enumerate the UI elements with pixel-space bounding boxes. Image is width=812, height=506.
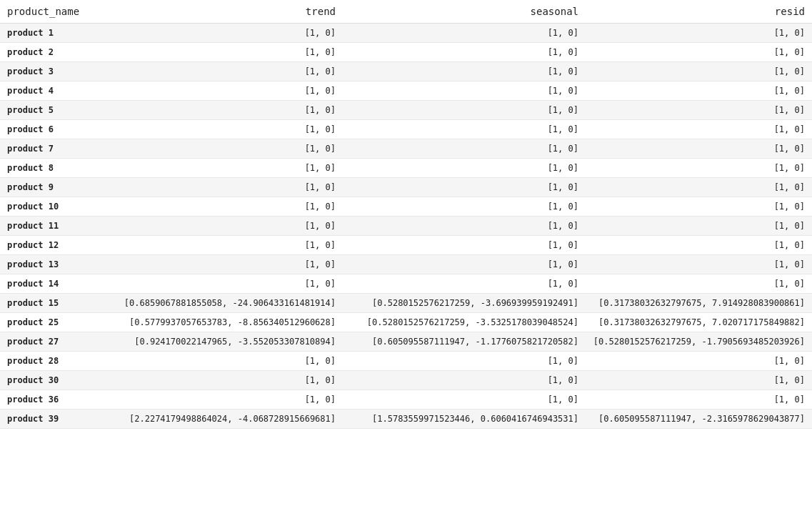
cell-seasonal: [1, 0]: [343, 236, 586, 255]
table-row: product 5[1, 0][1, 0][1, 0]: [0, 101, 812, 120]
col-header-resid: resid: [586, 0, 812, 24]
cell-resid: [0.605095587111947, -2.3165978629043877]: [586, 410, 812, 429]
cell-resid: [1, 0]: [586, 139, 812, 159]
cell-resid: [1, 0]: [586, 217, 812, 236]
cell-seasonal: [1, 0]: [343, 120, 586, 139]
cell-resid: [0.31738032632797675, 7.020717175849882]: [586, 313, 812, 332]
cell-trend: [1, 0]: [114, 390, 343, 410]
table-row: product 4[1, 0][1, 0][1, 0]: [0, 81, 812, 101]
cell-resid: [1, 0]: [586, 197, 812, 217]
cell-product-name: product 2: [0, 43, 114, 62]
table-row: product 11[1, 0][1, 0][1, 0]: [0, 217, 812, 236]
cell-product-name: product 3: [0, 62, 114, 81]
cell-trend: [1, 0]: [114, 236, 343, 255]
cell-seasonal: [1, 0]: [343, 24, 586, 43]
cell-product-name: product 14: [0, 274, 114, 294]
cell-product-name: product 7: [0, 139, 114, 159]
cell-product-name: product 15: [0, 294, 114, 313]
table-row: product 36[1, 0][1, 0][1, 0]: [0, 390, 812, 410]
table-row: product 7[1, 0][1, 0][1, 0]: [0, 139, 812, 159]
cell-resid: [1, 0]: [586, 159, 812, 178]
cell-seasonal: [1.5783559971523446, 0.6060416746943531]: [343, 410, 586, 429]
cell-resid: [1, 0]: [586, 255, 812, 274]
cell-trend: [1, 0]: [114, 255, 343, 274]
cell-product-name: product 39: [0, 410, 114, 429]
cell-seasonal: [1, 0]: [343, 159, 586, 178]
cell-trend: [1, 0]: [114, 159, 343, 178]
cell-resid: [0.5280152576217259, -1.7905693485203926…: [586, 332, 812, 352]
table-row: product 27[0.924170022147965, -3.5520533…: [0, 332, 812, 352]
table-row: product 13[1, 0][1, 0][1, 0]: [0, 255, 812, 274]
cell-product-name: product 12: [0, 236, 114, 255]
table-row: product 39[2.2274179498864024, -4.068728…: [0, 410, 812, 429]
cell-seasonal: [1, 0]: [343, 62, 586, 81]
cell-trend: [1, 0]: [114, 371, 343, 390]
cell-product-name: product 9: [0, 178, 114, 197]
cell-seasonal: [1, 0]: [343, 255, 586, 274]
cell-seasonal: [1, 0]: [343, 81, 586, 101]
cell-seasonal: [0.5280152576217259, -3.5325178039048524…: [343, 313, 586, 332]
cell-seasonal: [1, 0]: [343, 390, 586, 410]
table-row: product 1[1, 0][1, 0][1, 0]: [0, 24, 812, 43]
cell-trend: [1, 0]: [114, 352, 343, 371]
col-header-seasonal: seasonal: [343, 0, 586, 24]
cell-product-name: product 30: [0, 371, 114, 390]
cell-trend: [1, 0]: [114, 197, 343, 217]
cell-resid: [1, 0]: [586, 62, 812, 81]
cell-resid: [1, 0]: [586, 43, 812, 62]
cell-seasonal: [0.5280152576217259, -3.696939959192491]: [343, 294, 586, 313]
cell-trend: [1, 0]: [114, 274, 343, 294]
cell-seasonal: [1, 0]: [343, 197, 586, 217]
cell-trend: [1, 0]: [114, 217, 343, 236]
cell-product-name: product 1: [0, 24, 114, 43]
cell-product-name: product 8: [0, 159, 114, 178]
cell-trend: [1, 0]: [114, 120, 343, 139]
cell-seasonal: [1, 0]: [343, 101, 586, 120]
cell-trend: [1, 0]: [114, 81, 343, 101]
cell-resid: [1, 0]: [586, 236, 812, 255]
cell-resid: [1, 0]: [586, 24, 812, 43]
table-row: product 28[1, 0][1, 0][1, 0]: [0, 352, 812, 371]
cell-trend: [1, 0]: [114, 43, 343, 62]
cell-seasonal: [1, 0]: [343, 352, 586, 371]
table-row: product 2[1, 0][1, 0][1, 0]: [0, 43, 812, 62]
cell-resid: [1, 0]: [586, 352, 812, 371]
table-row: product 9[1, 0][1, 0][1, 0]: [0, 178, 812, 197]
cell-product-name: product 27: [0, 332, 114, 352]
cell-product-name: product 28: [0, 352, 114, 371]
cell-seasonal: [1, 0]: [343, 178, 586, 197]
table-container: product_name trend seasonal resid produc…: [0, 0, 812, 429]
cell-resid: [1, 0]: [586, 101, 812, 120]
table-row: product 3[1, 0][1, 0][1, 0]: [0, 62, 812, 81]
cell-seasonal: [1, 0]: [343, 371, 586, 390]
cell-resid: [1, 0]: [586, 371, 812, 390]
table-row: product 25[0.5779937057653783, -8.856340…: [0, 313, 812, 332]
cell-product-name: product 5: [0, 101, 114, 120]
table-row: product 14[1, 0][1, 0][1, 0]: [0, 274, 812, 294]
cell-trend: [0.5779937057653783, -8.856340512960628]: [114, 313, 343, 332]
cell-trend: [0.924170022147965, -3.552053307810894]: [114, 332, 343, 352]
table-row: product 15[0.6859067881855058, -24.90643…: [0, 294, 812, 313]
cell-product-name: product 4: [0, 81, 114, 101]
cell-seasonal: [1, 0]: [343, 139, 586, 159]
col-header-name: product_name: [0, 0, 114, 24]
cell-trend: [1, 0]: [114, 178, 343, 197]
cell-resid: [1, 0]: [586, 390, 812, 410]
cell-resid: [1, 0]: [586, 274, 812, 294]
cell-resid: [1, 0]: [586, 120, 812, 139]
cell-seasonal: [0.605095587111947, -1.1776075821720582]: [343, 332, 586, 352]
cell-resid: [1, 0]: [586, 81, 812, 101]
cell-trend: [1, 0]: [114, 24, 343, 43]
cell-product-name: product 36: [0, 390, 114, 410]
table-row: product 12[1, 0][1, 0][1, 0]: [0, 236, 812, 255]
data-table: product_name trend seasonal resid produc…: [0, 0, 812, 429]
header-row: product_name trend seasonal resid: [0, 0, 812, 24]
table-row: product 30[1, 0][1, 0][1, 0]: [0, 371, 812, 390]
cell-trend: [0.6859067881855058, -24.906433161481914…: [114, 294, 343, 313]
cell-product-name: product 25: [0, 313, 114, 332]
table-row: product 8[1, 0][1, 0][1, 0]: [0, 159, 812, 178]
cell-seasonal: [1, 0]: [343, 274, 586, 294]
cell-product-name: product 13: [0, 255, 114, 274]
col-header-trend: trend: [114, 0, 343, 24]
cell-trend: [1, 0]: [114, 62, 343, 81]
